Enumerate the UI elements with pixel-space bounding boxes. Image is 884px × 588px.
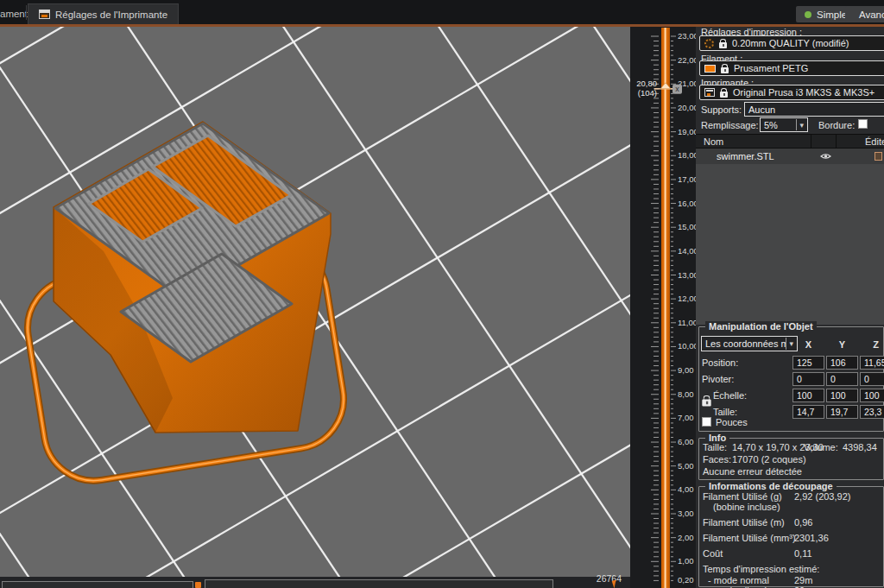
layer-tick-label: 22,00 [678,55,696,65]
layer-tick-label: 13,00 [678,270,696,280]
bottom-toolbar-field-right[interactable] [205,579,553,588]
manip-field[interactable]: 11,65 [860,356,884,370]
axis-header-y: Y [826,339,858,350]
eye-icon[interactable] [820,152,831,161]
infill-label: Remplissage: [701,120,759,130]
current-layer-number: (104) [638,88,657,98]
top-tab-bar: ament Réglages de l'Imprimante Simple Av… [0,0,884,24]
manipulation-title: Manipulation de l'Objet [705,321,817,332]
tab-printer-settings[interactable]: Réglages de l'Imprimante [28,3,179,24]
layer-tick-label: 14,00 [678,246,696,256]
error-status: Aucune erreur détectée [703,466,802,477]
model-swimmer[interactable] [54,122,331,433]
infill-dropdown[interactable]: 5% ▾ [760,117,808,132]
slicing-row-value: 29m [794,575,812,585]
manip-row-label: Échelle: [713,390,747,401]
layer-tick-label: 12,00 [678,294,696,303]
print-bed-canvas [0,27,630,577]
supports-label: Supports: [701,104,742,115]
layer-tick-label: 15,00 [678,222,696,231]
slicing-row-label: Filament Utilisé (m) [703,517,785,528]
slicing-row-label: Temps d'impression estimé: [703,564,819,574]
grid-line [0,27,630,159]
layer-tick-label: 1,00 [678,556,694,566]
manip-row-label: Pivoter: [702,374,734,384]
manip-field[interactable]: 125 [792,356,824,370]
layer-tick-label: 3,00 [678,509,694,518]
grid-line [0,565,630,577]
manip-field[interactable]: 0 [860,372,884,386]
manip-row-label: Position: [702,357,738,368]
slicing-row-label: Filament Utilisé (g) [703,491,782,502]
grid-line [0,27,630,93]
object-row[interactable]: swimmer.STL [696,149,884,164]
lock-icon [719,42,727,48]
layer-tick-label: 17,00 [678,174,696,184]
print-settings-combo[interactable]: 0.20mm QUALITY (modifié) [699,35,884,51]
printer-value: Original Prusa i3 MK3S & MK3S+ [733,87,875,98]
slicing-row-value: 2,92 (203,92) [794,491,850,502]
slicing-row-value: 0,11 [794,548,812,559]
layer-tick-label: 18,00 [678,150,696,160]
supports-dropdown[interactable]: Aucun [744,102,884,117]
filament-combo[interactable]: Prusament PETG [699,60,884,76]
volume-label: Volume: [804,442,838,452]
axis-header-z: Z [860,339,884,350]
manip-field[interactable]: 0 [792,372,824,386]
layer-tick-label: 7,00 [678,413,694,422]
manip-field[interactable]: 23,3 [860,405,884,419]
current-layer-height: 20,80 [636,79,657,88]
manip-field[interactable]: 0 [826,372,858,386]
3d-viewport[interactable] [0,27,630,577]
layer-slider-handle[interactable]: x20,80(104) [636,79,682,98]
sliced-info-title: Informations de découpage [705,481,837,491]
manip-field[interactable]: 19,7 [826,405,858,419]
manip-field[interactable]: 100 [792,389,824,402]
printer-settings-icon [39,9,50,19]
inches-label: Pouces [716,417,748,427]
coordinates-value: Les coordonnées mondi [705,338,786,349]
manip-field[interactable]: 100 [860,389,884,402]
size-label: Taille: [703,442,727,452]
grid-line [0,457,630,578]
printer-combo[interactable]: Original Prusa i3 MK3S & MK3S+ [699,85,884,100]
layer-tick-label: 19,00 [678,127,696,136]
lock-icon [720,92,728,98]
simple-mode-dot-icon [805,11,811,18]
filament-color-swatch [704,65,716,73]
bottom-lock-icon [195,582,201,588]
slicing-row-sublabel: (bobine incluse) [713,502,780,512]
layer-slider-strip: 23,0022,0021,0020,0019,0018,0017,0016,00… [630,24,696,588]
layer-tick-label: 5,00 [678,461,694,471]
info-group: Info Taille: 14,70 x 19,70 x 23,30 Volum… [698,438,884,480]
inches-checkbox[interactable] [702,417,711,427]
faces-value: 17070 (2 coques) [732,454,806,465]
edit-icon[interactable] [875,152,882,161]
object-name: swimmer.STL [717,151,774,161]
column-edit: Éditer [865,136,884,147]
manip-field[interactable]: 100 [826,389,858,402]
bed-edge-accent-line [0,24,884,27]
slicing-row-label: Coût [703,548,723,559]
manip-field[interactable]: 14,7 [792,405,824,419]
uniform-scale-lock-icon[interactable] [702,399,710,406]
layer-tick-label: 9,00 [678,365,694,375]
object-list-header: Nom Éditer [696,134,884,149]
bottom-toolbar [0,577,630,588]
column-name: Nom [704,136,723,147]
bottom-toolbar-field-left[interactable] [2,581,193,588]
svg-text:x: x [675,85,679,93]
brim-checkbox[interactable] [858,119,868,129]
infill-value: 5% [764,120,778,130]
layer-slider[interactable]: 23,0022,0021,0020,0019,0018,0017,0016,00… [630,24,696,588]
manip-field[interactable]: 106 [826,356,858,370]
sliced-info-group: Informations de découpage Filament Utili… [698,486,884,587]
faces-label: Faces: [703,454,731,465]
mode-advanced-button[interactable]: Avancé [845,6,884,22]
simple-mode-label: Simple [817,9,847,20]
tab-separator [26,5,27,20]
coordinates-dropdown[interactable]: Les coordonnées mondi ▾ [701,336,798,351]
volume-value: 4398,34 [843,442,877,452]
layer-tick-label: 6,00 [678,437,694,446]
layer-tick-label: 16,00 [678,199,696,208]
